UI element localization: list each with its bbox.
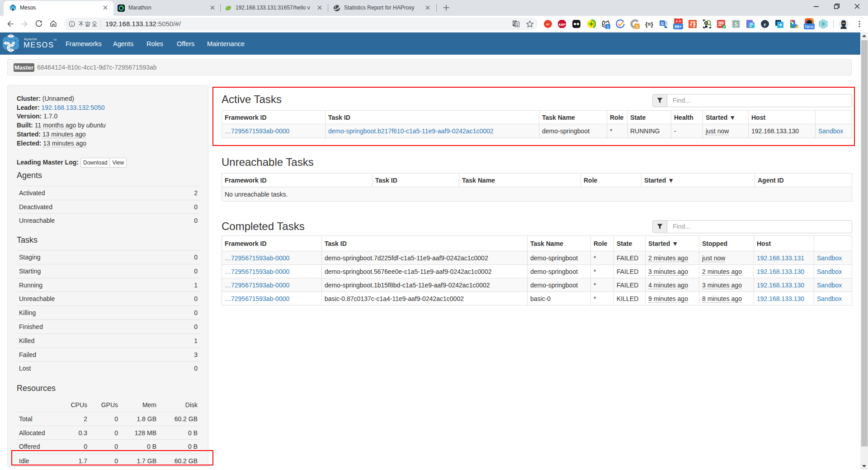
svg-text:1: 1	[607, 24, 609, 29]
svg-text:∞: ∞	[546, 21, 550, 27]
svg-text:New: New	[805, 24, 813, 29]
svg-text:e: e	[764, 21, 766, 28]
svg-text:99+: 99+	[675, 24, 682, 29]
svg-text:{≡}: {≡}	[645, 21, 653, 28]
svg-text:G: G	[660, 21, 664, 26]
svg-text:1: 1	[636, 24, 638, 29]
svg-text:S: S	[734, 21, 738, 28]
svg-text:ABP: ABP	[558, 23, 566, 27]
